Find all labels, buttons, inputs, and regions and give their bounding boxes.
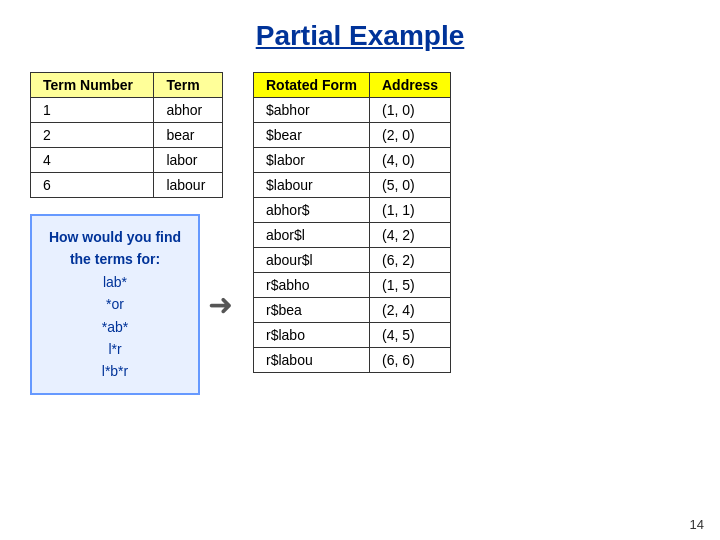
- info-box: How would you find the terms for: lab* *…: [30, 214, 200, 395]
- rotated-form-cell: r$abho: [254, 273, 370, 298]
- rotated-table-row: $abhor(1, 0): [254, 98, 451, 123]
- info-box-line5: l*b*r: [102, 363, 128, 379]
- rotated-form-cell: r$labo: [254, 323, 370, 348]
- rotated-table-row: abour$l(6, 2): [254, 248, 451, 273]
- page-container: Partial Example Term Number Term 1abhor2…: [0, 0, 720, 540]
- info-box-line1: lab*: [103, 274, 127, 290]
- term-cell: labour: [154, 173, 223, 198]
- arrow-icon: ➜: [208, 287, 233, 322]
- info-box-line2: *or: [106, 296, 124, 312]
- rotated-form-cell: abour$l: [254, 248, 370, 273]
- right-section: Rotated Form Address $abhor(1, 0)$bear(2…: [253, 72, 690, 373]
- rotated-table-row: $labor(4, 0): [254, 148, 451, 173]
- term-header: Term: [154, 73, 223, 98]
- content-area: Term Number Term 1abhor2bear4labor6labou…: [30, 72, 690, 395]
- rotated-form-cell: $abhor: [254, 98, 370, 123]
- address-cell: (2, 4): [370, 298, 451, 323]
- rotated-table: Rotated Form Address $abhor(1, 0)$bear(2…: [253, 72, 451, 373]
- address-cell: (1, 1): [370, 198, 451, 223]
- rotated-form-cell: r$labou: [254, 348, 370, 373]
- address-cell: (1, 0): [370, 98, 451, 123]
- rotated-form-cell: abhor$: [254, 198, 370, 223]
- rotated-form-cell: $labor: [254, 148, 370, 173]
- rotated-table-row: r$labo(4, 5): [254, 323, 451, 348]
- page-number: 14: [690, 517, 704, 532]
- term-table-row: 1abhor: [31, 98, 223, 123]
- rotated-table-row: abor$l(4, 2): [254, 223, 451, 248]
- term-table-row: 2bear: [31, 123, 223, 148]
- address-cell: (5, 0): [370, 173, 451, 198]
- address-cell: (4, 0): [370, 148, 451, 173]
- address-header: Address: [370, 73, 451, 98]
- term-number-header: Term Number: [31, 73, 154, 98]
- info-box-line3: *ab*: [102, 319, 128, 335]
- rotated-table-row: r$abho(1, 5): [254, 273, 451, 298]
- rotated-form-cell: r$bea: [254, 298, 370, 323]
- term-number-cell: 2: [31, 123, 154, 148]
- term-number-cell: 6: [31, 173, 154, 198]
- address-cell: (4, 2): [370, 223, 451, 248]
- address-cell: (6, 6): [370, 348, 451, 373]
- rotated-table-row: r$labou(6, 6): [254, 348, 451, 373]
- address-cell: (4, 5): [370, 323, 451, 348]
- rotated-form-header: Rotated Form: [254, 73, 370, 98]
- rotated-table-row: $labour(5, 0): [254, 173, 451, 198]
- rotated-table-row: $bear(2, 0): [254, 123, 451, 148]
- info-box-title: How would you find the terms for:: [49, 229, 181, 267]
- address-cell: (1, 5): [370, 273, 451, 298]
- term-cell: labor: [154, 148, 223, 173]
- rotated-form-cell: abor$l: [254, 223, 370, 248]
- address-cell: (2, 0): [370, 123, 451, 148]
- rotated-form-cell: $bear: [254, 123, 370, 148]
- rotated-table-row: abhor$(1, 1): [254, 198, 451, 223]
- term-cell: bear: [154, 123, 223, 148]
- term-number-cell: 1: [31, 98, 154, 123]
- term-table: Term Number Term 1abhor2bear4labor6labou…: [30, 72, 223, 198]
- page-title: Partial Example: [30, 20, 690, 52]
- term-number-cell: 4: [31, 148, 154, 173]
- address-cell: (6, 2): [370, 248, 451, 273]
- term-table-row: 6labour: [31, 173, 223, 198]
- term-cell: abhor: [154, 98, 223, 123]
- left-section: Term Number Term 1abhor2bear4labor6labou…: [30, 72, 223, 395]
- term-table-row: 4labor: [31, 148, 223, 173]
- rotated-table-row: r$bea(2, 4): [254, 298, 451, 323]
- info-box-line4: l*r: [108, 341, 121, 357]
- lower-left: How would you find the terms for: lab* *…: [30, 214, 223, 395]
- rotated-form-cell: $labour: [254, 173, 370, 198]
